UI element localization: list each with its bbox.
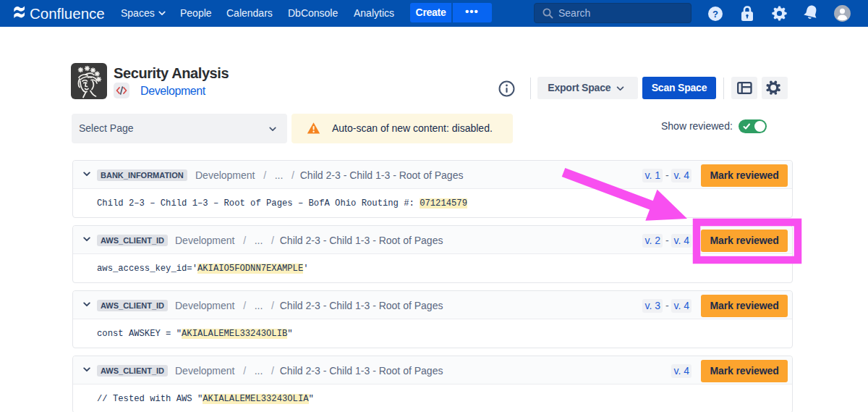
svg-text:?: ? bbox=[712, 9, 718, 20]
